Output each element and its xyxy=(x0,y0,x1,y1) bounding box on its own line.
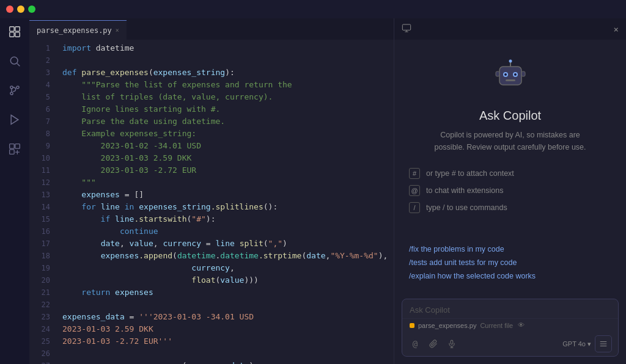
file-name-label: parse_expenses.py xyxy=(418,322,476,329)
main-container: parse_expenses.py × 1import datetime2 3d… xyxy=(0,18,626,364)
line-content: expenses = parse_expenses(expenses_data) xyxy=(60,360,394,364)
code-line: 20 float(value))) xyxy=(29,274,394,286)
svg-point-8 xyxy=(10,92,13,95)
line-number: 17 xyxy=(29,238,60,250)
line-number: 4 xyxy=(29,79,60,91)
file-badge-label: Current file xyxy=(480,322,513,329)
activity-explorer-icon[interactable] xyxy=(6,23,23,40)
line-number: 7 xyxy=(29,115,60,128)
chevron-down-icon: ▾ xyxy=(587,340,591,348)
code-line: 12 """ xyxy=(29,177,394,189)
svg-point-7 xyxy=(17,86,19,89)
tip-icon-hash: # xyxy=(409,168,420,179)
tip-text-3: type / to use commands xyxy=(426,203,507,212)
traffic-light-red[interactable] xyxy=(6,5,13,13)
traffic-light-green[interactable] xyxy=(28,5,35,13)
line-content: return expenses xyxy=(60,286,394,299)
code-line: 9 2023-01-02 -34.01 USD xyxy=(29,140,394,152)
line-number: 9 xyxy=(29,140,60,152)
line-content: expenses.append(datetime.datetime.strpti… xyxy=(60,250,394,262)
activity-search-icon[interactable] xyxy=(6,53,23,70)
line-number: 15 xyxy=(29,213,60,225)
tab-close-button[interactable]: × xyxy=(116,27,119,34)
svg-rect-11 xyxy=(10,144,15,149)
line-number: 6 xyxy=(29,103,60,115)
line-content: currency, xyxy=(60,262,394,274)
code-line: 252023-01-03 -2.72 EUR''' xyxy=(29,335,394,348)
copilot-close-button[interactable]: × xyxy=(614,24,619,34)
line-content: Parse the date using datetime. xyxy=(60,115,394,128)
line-number: 27 xyxy=(29,360,60,364)
suggestion-tests[interactable]: /tests add unit tests for my code xyxy=(409,257,611,268)
code-line: 7 Parse the date using datetime. xyxy=(29,115,394,128)
code-line: 26 xyxy=(29,348,394,360)
svg-point-24 xyxy=(509,60,512,63)
activity-bar xyxy=(0,18,29,364)
code-line: 8 Example expenses_string: xyxy=(29,128,394,140)
suggestion-explain[interactable]: /explain how the selected code works xyxy=(409,271,611,282)
suggestion-fix[interactable]: /fix the problems in my code xyxy=(409,244,611,255)
svg-rect-17 xyxy=(499,67,521,85)
code-line: 23expenses_data = '''2023-01-03 -34.01 U… xyxy=(29,311,394,323)
svg-rect-3 xyxy=(15,32,20,37)
line-content xyxy=(60,299,394,311)
line-content xyxy=(60,54,394,67)
mic-button[interactable] xyxy=(445,337,458,351)
line-number: 18 xyxy=(29,250,60,262)
traffic-light-yellow[interactable] xyxy=(17,5,24,13)
tip-text-2: to chat with extensions xyxy=(426,186,503,195)
svg-line-5 xyxy=(17,64,20,67)
line-number: 24 xyxy=(29,323,60,335)
code-line: 17 date, value, currency = line split(",… xyxy=(29,238,394,250)
line-content: expenses = [] xyxy=(60,189,394,201)
line-content: 2023-01-03 -2.72 EUR''' xyxy=(60,335,394,348)
line-content: """ xyxy=(60,177,394,189)
line-number: 1 xyxy=(29,42,60,54)
line-content: import datetime xyxy=(60,42,394,54)
at-button[interactable]: @ xyxy=(408,337,422,351)
code-line: 16 continue xyxy=(29,225,394,238)
activity-run-icon[interactable] xyxy=(6,111,23,128)
copilot-suggestions: /fix the problems in my code /tests add … xyxy=(409,244,611,282)
copilot-tip-2: @ to chat with extensions xyxy=(409,185,611,196)
activity-source-control-icon[interactable] xyxy=(6,82,23,99)
copilot-panel: × xyxy=(394,18,626,364)
code-line: 3def parse_expenses(expenses_string): xyxy=(29,67,394,79)
file-tab[interactable]: parse_expenses.py × xyxy=(29,20,127,40)
svg-rect-2 xyxy=(10,32,14,37)
gpt-model-selector[interactable]: GPT 4o ▾ xyxy=(562,340,591,348)
code-line: 13 expenses = [] xyxy=(29,189,394,201)
line-number: 3 xyxy=(29,67,60,79)
code-editor[interactable]: 1import datetime2 3def parse_expenses(ex… xyxy=(29,40,394,364)
svg-rect-27 xyxy=(451,340,453,344)
svg-rect-12 xyxy=(15,144,20,149)
svg-rect-22 xyxy=(506,79,515,81)
code-line: 6 Ignore lines starting with #. xyxy=(29,103,394,115)
toolbar-right: GPT 4o ▾ xyxy=(562,335,612,352)
line-content: list of triples (date, value, currency). xyxy=(60,91,394,103)
copilot-input-field[interactable] xyxy=(402,299,618,318)
svg-marker-10 xyxy=(11,115,18,125)
code-line: 2 xyxy=(29,54,394,67)
line-content: """Parse the list of expenses and return… xyxy=(60,79,394,91)
copilot-tips: # or type # to attach context @ to chat … xyxy=(409,168,611,213)
gpt-label: GPT 4o xyxy=(562,340,586,348)
copilot-input-area: parse_expenses.py Current file 👁 @ xyxy=(402,299,619,357)
line-content: date, value, currency = line split(",") xyxy=(60,238,394,250)
code-line: 19 currency, xyxy=(29,262,394,274)
copilot-tip-1: # or type # to attach context xyxy=(409,168,611,179)
line-number: 5 xyxy=(29,91,60,103)
attach-button[interactable] xyxy=(427,337,440,351)
code-line: 27expenses = parse_expenses(expenses_dat… xyxy=(29,360,394,364)
line-content: expenses_data = '''2023-01-03 -34.01 USD xyxy=(60,311,394,323)
copilot-settings-button[interactable] xyxy=(595,335,612,352)
svg-point-6 xyxy=(10,86,13,89)
line-number: 16 xyxy=(29,225,60,238)
file-dot-icon xyxy=(410,323,414,328)
line-number: 14 xyxy=(29,201,60,213)
svg-rect-14 xyxy=(402,24,410,30)
code-line: 4 """Parse the list of expenses and retu… xyxy=(29,79,394,91)
activity-extensions-icon[interactable] xyxy=(6,140,23,158)
line-content: Ignore lines starting with #. xyxy=(60,103,394,115)
line-number: 2 xyxy=(29,54,60,67)
